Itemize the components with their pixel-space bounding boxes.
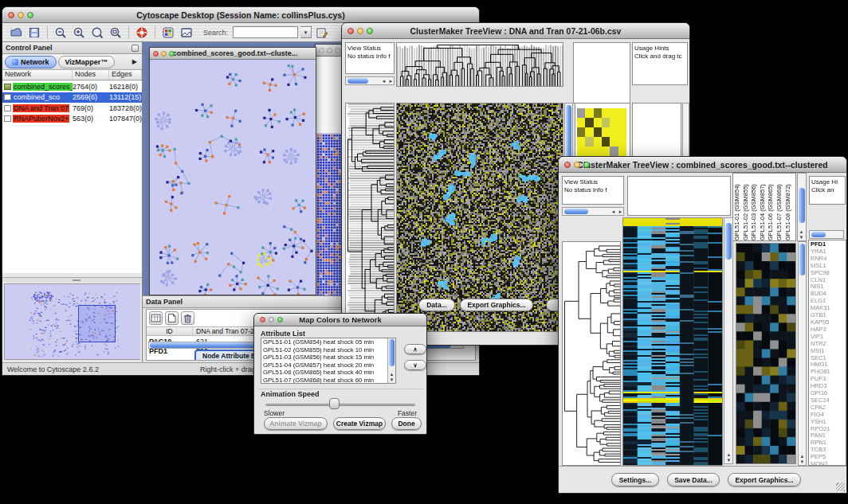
matrix-cell[interactable] [577, 108, 585, 118]
matrix-cell[interactable] [610, 147, 618, 156]
column-label[interactable]: GPL51-02 (GSM855) [742, 174, 751, 240]
network-view-canvas[interactable] [150, 60, 316, 295]
matrix-cell[interactable] [577, 127, 585, 137]
close-button[interactable] [8, 12, 14, 18]
animation-speed-slider[interactable] [265, 404, 415, 406]
matrix-cell[interactable] [618, 127, 626, 137]
scroll-right-icon[interactable]: ► [387, 79, 395, 84]
minimize-button[interactable] [161, 51, 167, 57]
minimize-button[interactable] [357, 28, 363, 34]
matrix-cell[interactable] [594, 118, 602, 127]
zoom-button[interactable] [335, 48, 340, 53]
zoom-out-icon[interactable] [53, 25, 69, 41]
matrix-cell[interactable] [602, 147, 610, 156]
scroll-up-icon[interactable]: ▲ [388, 372, 395, 377]
scroll-left-icon[interactable]: ◄ [610, 209, 617, 214]
row-dendrogram-canvas[interactable] [562, 241, 621, 466]
column-label[interactable]: GPL51-03 (GSM856) [750, 174, 759, 240]
heatmap-canvas[interactable] [396, 103, 563, 332]
minimize-button[interactable] [269, 317, 274, 322]
scroll-up-icon[interactable]: ▲ [725, 452, 732, 457]
scrollbar-thumb[interactable] [811, 232, 826, 237]
attribute-list-scrollbar[interactable]: ▲ ▼ [387, 338, 395, 383]
resize-grip[interactable] [836, 483, 845, 491]
scrollbar-thumb[interactable] [347, 78, 368, 84]
zoom-selected-icon[interactable] [108, 25, 124, 41]
attribute-item[interactable]: GPL51-03 (GSM856) heat shock 15 min [261, 354, 387, 361]
zoom-button[interactable] [367, 28, 373, 34]
scrollbar-thumb[interactable] [389, 339, 395, 366]
matrix-cell[interactable] [602, 137, 610, 147]
select-attributes-icon[interactable] [149, 311, 163, 325]
move-up-button[interactable]: ∧ [404, 344, 426, 354]
matrix-cell[interactable] [577, 118, 585, 127]
panel-divider[interactable] [2, 277, 142, 282]
done-button[interactable]: Done [391, 417, 422, 430]
heatmap-canvas[interactable] [622, 217, 723, 466]
move-down-button[interactable]: ∨ [404, 360, 426, 370]
close-button[interactable] [260, 317, 265, 322]
network-overview-canvas[interactable] [5, 284, 140, 359]
attribute-item[interactable]: GPL51-02 (GSM855) heat shock 10 min [261, 346, 387, 354]
minimize-button[interactable] [574, 162, 580, 168]
attribute-item[interactable]: GPL51-01 (GSM854) heat shock 05 min [261, 338, 387, 346]
tab-overflow-icon[interactable]: ▶ [130, 58, 139, 65]
matrix-cell[interactable] [610, 137, 618, 147]
vizmapper-icon[interactable] [160, 25, 176, 41]
data-column-header[interactable]: ID [147, 327, 193, 335]
slider-thumb[interactable] [329, 398, 340, 409]
column-label[interactable]: GPL51-07 (GSM868) [775, 174, 784, 240]
create-vizmap-button[interactable]: Create Vizmap [333, 417, 386, 430]
close-button[interactable] [347, 28, 354, 34]
search-dropdown-icon[interactable]: ▼ [300, 26, 312, 38]
search-input[interactable] [233, 26, 298, 38]
column-header[interactable]: Nodes [73, 70, 109, 80]
minimize-button[interactable] [327, 48, 332, 53]
scroll-up-icon[interactable]: ▲ [799, 454, 806, 459]
column-label[interactable]: GPL51-01 (GSM854) [733, 174, 742, 240]
matrix-cell[interactable] [610, 127, 618, 137]
scrollbar-thumb[interactable] [799, 188, 805, 223]
new-attribute-icon[interactable] [165, 311, 179, 325]
scroll-down-icon[interactable]: ▼ [798, 235, 805, 240]
close-button[interactable] [319, 48, 324, 53]
minimize-button[interactable] [18, 12, 24, 18]
matrix-cell[interactable] [602, 108, 610, 118]
matrix-cell[interactable] [585, 108, 593, 118]
matrix-cell[interactable] [577, 137, 585, 147]
tab-network[interactable]: Network [5, 56, 57, 68]
scroll-down-icon[interactable]: ▼ [799, 459, 806, 464]
matrix-cell[interactable] [594, 108, 602, 118]
matrix-cell[interactable] [585, 137, 593, 147]
float-panel-icon[interactable] [132, 45, 139, 52]
tab-vizmapper[interactable]: VizMapper™ [58, 56, 116, 68]
zoom-fit-icon[interactable] [89, 25, 105, 41]
column-label[interactable]: GPL51-04 (GSM857) [759, 174, 768, 240]
settings-button[interactable]: Settings... [611, 473, 659, 486]
scroll-down-icon[interactable]: ▼ [388, 377, 395, 382]
matrix-cell[interactable] [585, 147, 593, 156]
matrix-cell[interactable] [618, 118, 626, 127]
matrix-cell[interactable] [618, 147, 626, 156]
animate-vizmap-button[interactable]: Animate Vizmap [264, 417, 328, 430]
view-status-scrollbar[interactable]: ◄ ► [562, 207, 624, 216]
matrix-cell[interactable] [585, 127, 593, 137]
help-icon[interactable] [134, 25, 150, 41]
column-header[interactable]: Edges [109, 70, 142, 80]
matrix-cell[interactable] [618, 137, 626, 147]
column-dendrogram-area[interactable] [627, 176, 731, 216]
column-dendrogram-canvas[interactable] [396, 42, 563, 87]
save-data-button[interactable]: Data... [418, 299, 455, 311]
export-graphics-button[interactable]: Export Graphics... [460, 299, 533, 311]
scrollbar-thumb[interactable] [799, 244, 805, 275]
network-table-row[interactable]: combined_scores_ 2764(0) 16218(0) [2, 81, 142, 92]
save-session-icon[interactable] [26, 25, 42, 41]
network-table-row[interactable]: RNAPuberNov2+ 563(0) 107847(0) [2, 114, 142, 125]
attribute-item[interactable]: GPL51-07 (GSM868) heat shock 60 min [261, 377, 387, 384]
attribute-item[interactable]: GPL51-04 (GSM857) heat shock 20 min [261, 361, 387, 369]
scroll-left-icon[interactable]: ◄ [380, 79, 387, 84]
heatmap-vscrollbar[interactable]: ▲ ▼ [724, 217, 733, 464]
matrix-cell[interactable] [618, 108, 626, 118]
matrix-cell[interactable] [585, 118, 593, 127]
close-button[interactable] [564, 162, 571, 168]
